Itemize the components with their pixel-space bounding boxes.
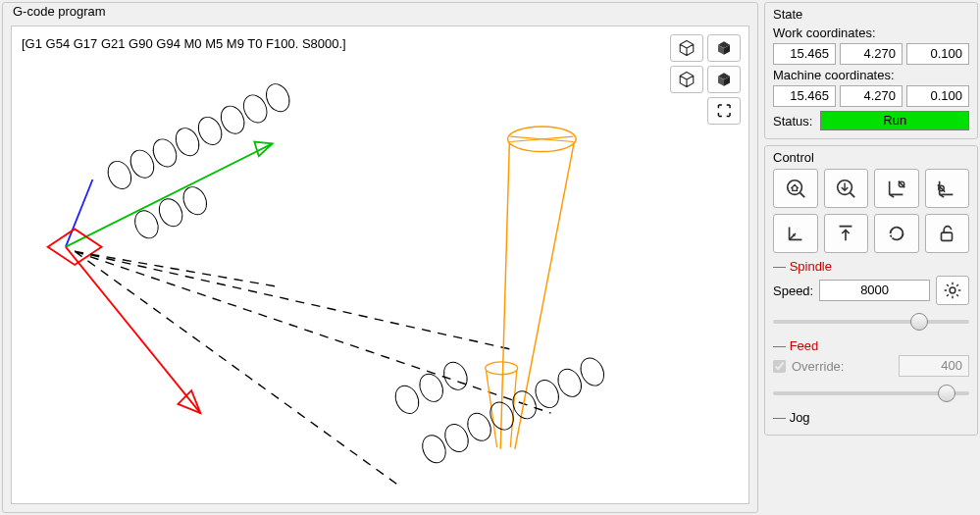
spindle-settings-button[interactable]: [936, 276, 969, 305]
speed-label: Speed:: [773, 283, 813, 298]
svg-point-25: [391, 382, 424, 417]
probe-button[interactable]: [824, 169, 869, 208]
status-value: Run: [820, 111, 969, 130]
view-top-solid-button[interactable]: [670, 66, 703, 93]
zero-z-button[interactable]: [925, 169, 970, 208]
unlock-icon: [936, 223, 957, 244]
expand-icon: ⛶: [717, 104, 731, 118]
view-iso-filled-button[interactable]: [707, 34, 741, 62]
work-x-value: 15.465: [773, 43, 836, 65]
svg-line-3: [66, 247, 200, 413]
home-search-icon: [785, 178, 806, 199]
svg-point-44: [950, 287, 955, 293]
machine-y-value: 4.270: [840, 85, 903, 107]
cube-outline-alt-icon: [678, 71, 696, 88]
gcode-viewport[interactable]: [G1 G54 G17 G21 G90 G94 M0 M5 M9 T0 F100…: [11, 26, 749, 504]
jog-header: — Jog: [773, 410, 969, 425]
svg-point-26: [415, 370, 447, 405]
svg-line-13: [510, 371, 516, 447]
svg-line-0: [66, 180, 92, 247]
machine-x-value: 15.465: [773, 85, 836, 107]
control-title: Control: [773, 150, 969, 165]
feed-override-checkbox[interactable]: [773, 360, 786, 373]
svg-line-39: [851, 193, 855, 198]
gcode-program-panel: G-code program [G1 G54 G17 G21 G90 G94 M…: [2, 2, 758, 513]
gear-icon: [943, 281, 962, 300]
status-label: Status:: [773, 114, 812, 129]
svg-rect-43: [942, 232, 953, 240]
svg-line-12: [487, 371, 497, 447]
probe-down-icon: [835, 178, 856, 199]
spindle-speed-slider[interactable]: [773, 311, 969, 333]
fullscreen-button[interactable]: ⛶: [707, 97, 741, 125]
machine-z-value: 0.100: [906, 85, 969, 107]
spindle-label: Spindle: [790, 259, 832, 274]
svg-point-36: [788, 180, 802, 195]
cube-filled-alt-icon: [715, 71, 733, 88]
axes-strike-z-icon: [936, 178, 957, 199]
svg-point-27: [439, 358, 472, 393]
unlock-button[interactable]: [925, 214, 970, 253]
home-button[interactable]: [773, 169, 818, 208]
arrow-up-bar-icon: [835, 223, 856, 244]
work-coordinates-label: Work coordinates:: [773, 26, 969, 40]
work-y-value: 4.270: [840, 43, 903, 65]
cube-outline-icon: [678, 39, 696, 57]
svg-point-11: [486, 362, 518, 375]
refresh-icon: [886, 223, 907, 244]
jog-label: Jog: [790, 410, 810, 425]
feed-override-slider[interactable]: [773, 383, 969, 404]
view-iso-solid-button[interactable]: [670, 34, 703, 62]
svg-marker-5: [48, 229, 102, 265]
machine-coordinates-label: Machine coordinates:: [773, 68, 969, 82]
svg-line-37: [799, 193, 804, 198]
view-top-filled-button[interactable]: [707, 66, 741, 93]
gcode-program-title: G-code program: [11, 4, 749, 19]
svg-line-1: [66, 143, 273, 246]
axes-origin-icon: [785, 223, 806, 244]
safe-z-button[interactable]: [824, 214, 869, 253]
feed-override-label: Override:: [792, 359, 844, 374]
spindle-header: — Spindle: [773, 259, 969, 274]
work-z-value: 0.100: [906, 43, 969, 65]
axes-strike-xy-icon: [886, 178, 907, 199]
feed-header: — Feed: [773, 338, 969, 353]
reset-button[interactable]: [874, 214, 919, 253]
control-panel: Control: [764, 145, 978, 436]
state-title: State: [773, 7, 969, 22]
return-origin-button[interactable]: [773, 214, 818, 253]
state-panel: State Work coordinates: 15.465 4.270 0.1…: [764, 2, 978, 139]
spindle-speed-value[interactable]: 8000: [819, 280, 930, 301]
cube-filled-icon: [715, 39, 733, 57]
feed-label: Feed: [790, 338, 819, 353]
gcode-3d-view: [12, 26, 748, 503]
feed-override-value: 400: [899, 355, 969, 377]
zero-xy-button[interactable]: [874, 169, 919, 208]
svg-line-10: [515, 142, 574, 449]
